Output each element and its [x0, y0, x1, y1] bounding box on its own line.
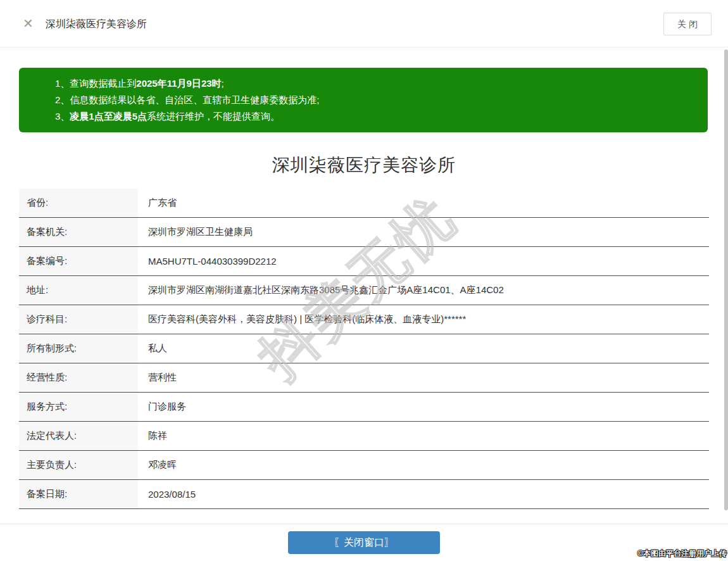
close-icon[interactable]: ✕ [23, 16, 34, 30]
row-label: 备案日期: [19, 480, 138, 508]
row-value: 深圳市罗湖区卫生健康局 [138, 218, 709, 246]
table-row: 所有制形式: 私人 [19, 334, 709, 363]
table-row: 经营性质: 营利性 [19, 363, 709, 393]
row-value: 私人 [138, 334, 709, 363]
notice-line: 3、凌晨1点至凌晨5点系统进行维护，不能提供查询。 [55, 108, 695, 125]
notice-text-bold: 凌晨1点至凌晨5点 [70, 111, 147, 122]
row-label: 省份: [19, 189, 138, 217]
table-row: 服务方式: 门诊服务 [19, 393, 709, 422]
row-value: 2023/08/15 [138, 480, 709, 508]
notice-banner: 1、查询数据截止到2025年11月9日23时; 2、信息数据结果以各省、自治区、… [19, 68, 708, 132]
page-title: 深圳柒薇医疗美容诊所 [46, 18, 147, 31]
titlebar: ✕ 深圳柒薇医疗美容诊所 关 闭 [0, 0, 728, 47]
row-value: 营利性 [138, 363, 709, 392]
table-row: 省份: 广东省 [19, 189, 709, 218]
row-value: 陈祥 [138, 422, 709, 450]
vertical-scrollbar[interactable] [724, 49, 728, 510]
clinic-title: 深圳柒薇医疗美容诊所 [0, 153, 728, 177]
row-label: 主要负责人: [19, 451, 138, 479]
notice-line: 2、信息数据结果以各省、自治区、直辖市卫生健康委数据为准; [55, 92, 695, 108]
table-row: 备案机关: 深圳市罗湖区卫生健康局 [19, 218, 709, 247]
notice-text: 2、信息数据结果以各省、自治区、直辖市卫生健康委数据为准; [55, 94, 320, 105]
notice-text: 系统进行维护，不能提供查询。 [147, 111, 280, 122]
notice-text: 3、 [55, 111, 70, 122]
row-label: 备案机关: [19, 218, 138, 246]
table-row: 主要负责人: 邓凌晖 [19, 451, 709, 480]
table-row: 诊疗科目: 医疗美容科(美容外科，美容皮肤科) | 医学检验科(临床体液、血液专… [19, 305, 709, 334]
close-window-button[interactable]: 〖关闭窗口〗 [288, 531, 440, 554]
row-label: 法定代表人: [19, 422, 138, 450]
notice-text-bold: 2025年11月9日23时 [136, 78, 221, 89]
info-table: 省份: 广东省 备案机关: 深圳市罗湖区卫生健康局 备案编号: MA5HU7TL… [19, 189, 709, 509]
row-label: 服务方式: [19, 393, 138, 421]
notice-text: ; [222, 78, 224, 89]
row-value: 广东省 [138, 189, 709, 217]
table-row: 备案编号: MA5HU7TL-044030399D2212 [19, 247, 709, 276]
row-value: MA5HU7TL-044030399D2212 [138, 247, 709, 275]
table-row: 法定代表人: 陈祥 [19, 422, 709, 451]
table-row: 地址: 深圳市罗湖区南湖街道嘉北社区深南东路3085号兆鑫汇金广场A座14C01… [19, 276, 709, 305]
row-label: 经营性质: [19, 363, 138, 392]
row-value: 门诊服务 [138, 393, 709, 421]
close-button[interactable]: 关 闭 [663, 13, 712, 35]
row-label: 地址: [19, 276, 138, 305]
divider [0, 524, 728, 524]
row-label: 诊疗科目: [19, 305, 138, 334]
notice-line: 1、查询数据截止到2025年11月9日23时; [55, 75, 695, 92]
notice-text: 1、查询数据截止到 [55, 78, 136, 89]
row-label: 所有制形式: [19, 334, 138, 363]
row-label: 备案编号: [19, 247, 138, 275]
row-value: 深圳市罗湖区南湖街道嘉北社区深南东路3085号兆鑫汇金广场A座14C01、A座1… [138, 276, 709, 305]
row-value: 医疗美容科(美容外科，美容皮肤科) | 医学检验科(临床体液、血液专业)****… [138, 305, 709, 334]
table-row: 备案日期: 2023/08/15 [19, 480, 709, 509]
copyright-note: ©本图由平台注册用户上传 [637, 548, 727, 559]
row-value: 邓凌晖 [138, 451, 709, 479]
